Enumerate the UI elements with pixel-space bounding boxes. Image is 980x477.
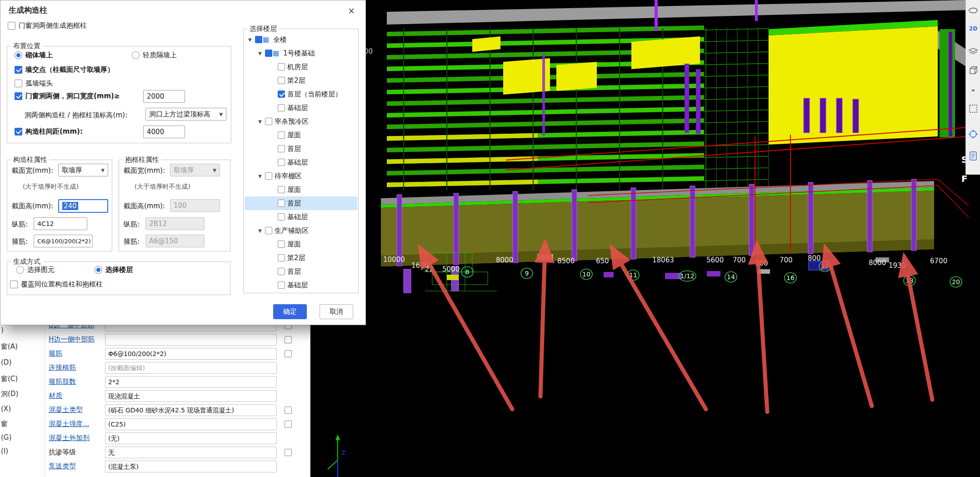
expand-arrow-icon[interactable] — [967, 85, 979, 96]
ellipse-tool-icon[interactable] — [967, 5, 979, 16]
tree-item[interactable]: 首层 — [245, 196, 357, 210]
floor-checkbox[interactable] — [278, 159, 285, 166]
property-checkbox[interactable] — [285, 336, 292, 343]
spacing-input[interactable]: 4000 — [143, 126, 185, 138]
tree-item[interactable]: 宰杀预冷区 — [245, 115, 357, 128]
floor-checkbox[interactable] — [278, 241, 285, 248]
floor-checkbox[interactable] — [278, 90, 285, 98]
expand-arrow-icon[interactable] — [258, 51, 265, 56]
property-value[interactable]: (按截面编辑) — [105, 362, 277, 374]
expand-arrow-icon[interactable] — [248, 37, 255, 42]
tree-item[interactable]: 待宰棚区 — [245, 169, 357, 183]
property-value[interactable]: 2*2 — [105, 376, 277, 388]
cb-generate-frame-columns[interactable]: 门窗洞两侧生成抱框柱 — [8, 21, 87, 30]
tree-item[interactable]: 1号楼基础 — [245, 46, 357, 60]
elevation-select[interactable]: 洞口上方过梁顶标高 ▼ — [145, 108, 226, 121]
tree-item[interactable]: 机房层 — [245, 60, 357, 74]
tree-item[interactable]: 屋面 — [245, 183, 357, 196]
tree-item[interactable]: 第2层 — [245, 74, 357, 87]
element-type-item[interactable]: (I) — [1, 447, 8, 455]
floor-checkbox[interactable] — [265, 50, 272, 57]
element-type-item[interactable]: (D) — [1, 358, 11, 367]
property-label[interactable]: 混凝土类型 — [47, 406, 105, 414]
floor-checkbox[interactable] — [278, 186, 285, 193]
element-type-item[interactable]: ) — [1, 326, 4, 334]
element-type-item[interactable]: 洞(D) — [1, 390, 18, 398]
column-height-input[interactable]: 240 — [58, 199, 108, 213]
radio-light-partition[interactable]: 轻质隔墙上 — [132, 51, 177, 60]
property-value[interactable]: 现浇混凝土 — [105, 390, 277, 402]
tree-item[interactable]: 首层（当前楼层） — [245, 87, 357, 101]
property-label[interactable]: 连接植筋 — [47, 363, 105, 372]
cb-opening-sides[interactable]: 门窗洞两侧，洞口宽度(mm)≥ — [15, 92, 120, 100]
property-value[interactable]: Φ6@100/200(2*2) — [105, 348, 277, 360]
property-value[interactable]: 无 — [105, 447, 277, 458]
radio-select-elements[interactable]: 选择图元 — [16, 266, 55, 274]
floor-checkbox[interactable] — [278, 200, 285, 207]
floor-checkbox[interactable] — [265, 118, 272, 125]
property-checkbox[interactable] — [285, 421, 292, 428]
property-label[interactable]: 泵送类型 — [47, 462, 105, 471]
expand-arrow-icon[interactable] — [258, 119, 265, 124]
property-checkbox[interactable] — [285, 350, 292, 357]
floor-checkbox[interactable] — [278, 104, 285, 111]
element-type-item[interactable]: (X) — [1, 405, 11, 413]
floor-checkbox[interactable] — [265, 227, 272, 234]
floor-checkbox[interactable] — [278, 213, 285, 221]
property-label[interactable]: 箍筋 — [47, 349, 105, 358]
floor-checkbox[interactable] — [278, 145, 285, 152]
element-type-item[interactable]: (G) — [1, 433, 11, 442]
property-value[interactable]: (C25) — [105, 418, 277, 430]
property-label[interactable]: 材质 — [47, 392, 105, 400]
opening-width-input[interactable]: 2000 — [143, 90, 185, 103]
tree-item[interactable]: 屋面 — [245, 128, 357, 142]
tree-item[interactable]: 屋面 — [245, 237, 357, 251]
ok-button[interactable]: 确定 — [273, 304, 307, 319]
property-value[interactable] — [105, 334, 277, 346]
property-value[interactable]: (混凝土泵) — [105, 461, 277, 472]
stirrup-input[interactable]: C6@100/200(2*2) — [34, 235, 93, 247]
column-width-select[interactable]: 取墙厚▼ — [58, 164, 108, 176]
close-icon[interactable]: × — [342, 3, 360, 18]
tree-item[interactable]: 生产辅助区 — [245, 224, 357, 237]
cb-wall-intersection[interactable]: 墙交点（柱截面尺寸取墙厚） — [15, 65, 114, 74]
tree-item[interactable]: 基础层 — [245, 210, 357, 224]
3d-viewport[interactable]: 0010000160022500080001664850065018063560… — [310, 0, 980, 477]
cb-column-spacing[interactable]: 构造柱间距(mm): — [15, 127, 83, 136]
floor-checkbox[interactable] — [278, 131, 285, 139]
radio-masonry-wall[interactable]: 砌体墙上 — [15, 51, 53, 60]
property-label[interactable]: 混凝土强度... — [47, 420, 105, 428]
locate-icon[interactable] — [967, 128, 979, 140]
longitudinal-input[interactable]: 4C12 — [34, 217, 87, 230]
expand-arrow-icon[interactable] — [258, 228, 265, 233]
tree-item[interactable]: 基础层 — [245, 101, 357, 115]
property-checkbox[interactable] — [285, 449, 292, 456]
property-label[interactable]: H边一侧中部筋 — [47, 335, 105, 344]
element-type-item[interactable]: 窗(C) — [1, 375, 18, 383]
property-value[interactable]: (无) — [105, 432, 277, 444]
cb-isolated-wall-end[interactable]: 孤墙端头 — [15, 79, 53, 88]
floor-checkbox[interactable] — [278, 63, 285, 70]
cb-override-existing[interactable]: 覆盖同位置构造柱和抱框柱 — [10, 280, 103, 289]
fit-selection-icon[interactable] — [967, 103, 979, 115]
floor-checkbox[interactable] — [278, 281, 285, 289]
cube-view-icon[interactable] — [967, 65, 979, 76]
property-label[interactable]: 混凝土外加剂 — [47, 434, 105, 442]
tree-item[interactable]: 基础层 — [245, 156, 357, 169]
element-type-item[interactable]: 窗(A) — [1, 342, 18, 351]
floor-checkbox[interactable] — [255, 36, 262, 43]
expand-arrow-icon[interactable] — [258, 174, 265, 179]
floor-checkbox[interactable] — [278, 254, 285, 261]
tree-item[interactable]: 第2层 — [245, 251, 357, 265]
floor-checkbox[interactable] — [278, 268, 285, 275]
property-checkbox[interactable] — [285, 407, 292, 414]
tree-item[interactable]: 首层 — [245, 142, 357, 156]
radio-select-floors[interactable]: 选择楼层 — [95, 266, 133, 274]
tree-item[interactable]: 全楼 — [245, 33, 357, 46]
property-label[interactable]: 箍筋肢数 — [47, 377, 105, 386]
tree-item[interactable]: 基础层 — [245, 278, 357, 292]
tree-item[interactable]: 首层 — [245, 265, 357, 278]
view-properties-icon[interactable] — [967, 150, 979, 162]
floor-checkbox[interactable] — [278, 77, 285, 84]
property-value[interactable]: (砾石 GD40 细砂水泥42.5 现场普通混凝土) — [105, 404, 277, 416]
